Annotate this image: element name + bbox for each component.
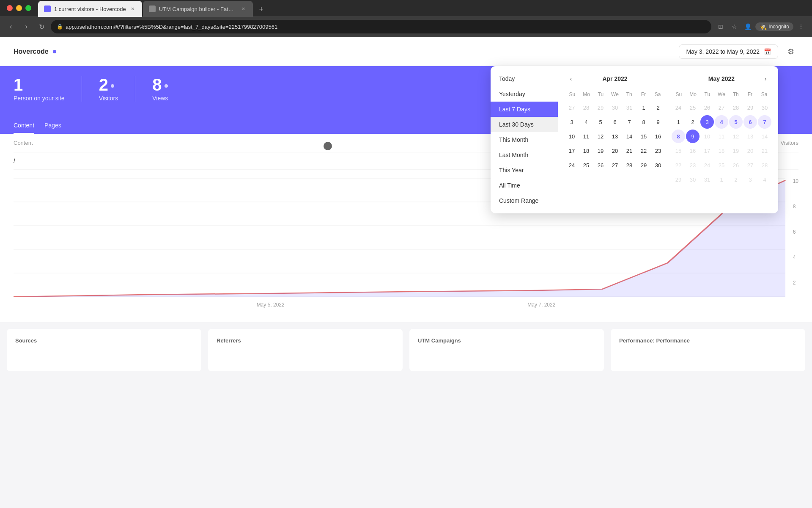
date-range-button[interactable]: May 3, 2022 to May 9, 2022 📅: [679, 44, 778, 59]
cal-day[interactable]: 21: [623, 144, 636, 157]
cal-day[interactable]: 7: [623, 115, 636, 129]
cal-day[interactable]: 27: [608, 158, 622, 172]
cal-day[interactable]: 5: [729, 115, 743, 129]
calendar-prev-button[interactable]: ‹: [565, 73, 577, 85]
range-custom[interactable]: Custom Range: [491, 193, 558, 208]
tab2-title: UTM Campaign builder - Fatho...: [159, 6, 237, 12]
cal-day: 18: [715, 144, 728, 157]
menu-button[interactable]: ⋮: [795, 21, 807, 33]
cal-day[interactable]: 29: [637, 158, 650, 172]
range-last7[interactable]: Last 7 Days: [491, 102, 558, 117]
cal-day[interactable]: 29: [743, 101, 757, 114]
cal-day[interactable]: 13: [608, 130, 622, 143]
browser-chrome: 1 current visitors - Hovercode ✕ UTM Cam…: [0, 0, 812, 37]
browser-tab-2[interactable]: UTM Campaign builder - Fatho... ✕: [143, 1, 253, 17]
tab1-favicon: [44, 6, 51, 12]
back-button[interactable]: ‹: [5, 21, 17, 33]
traffic-light-red[interactable]: [7, 5, 13, 11]
cal-day[interactable]: 8: [672, 130, 685, 143]
cal-day[interactable]: 6: [608, 115, 622, 129]
cal-day[interactable]: 15: [637, 130, 650, 143]
cal-day[interactable]: 7: [758, 115, 771, 129]
cal-day[interactable]: 8: [637, 115, 650, 129]
traffic-light-yellow[interactable]: [16, 5, 22, 11]
reload-button[interactable]: ↻: [36, 21, 47, 33]
cal-day[interactable]: 22: [637, 144, 650, 157]
cal-day[interactable]: 5: [594, 115, 607, 129]
range-today[interactable]: Today: [491, 71, 558, 86]
cast-button[interactable]: ⊡: [715, 21, 727, 33]
cal-day[interactable]: 14: [623, 130, 636, 143]
traffic-light-green[interactable]: [25, 5, 31, 11]
cal-day[interactable]: 30: [651, 158, 665, 172]
profile-button[interactable]: 👤: [742, 21, 754, 33]
cal-day[interactable]: 16: [651, 130, 665, 143]
cal-day[interactable]: 1: [672, 115, 685, 129]
bottom-panels: Sources Referrers UTM Campaigns Performa…: [0, 329, 812, 371]
range-yesterday[interactable]: Yesterday: [491, 86, 558, 102]
cal-day[interactable]: 25: [579, 158, 593, 172]
cal-day[interactable]: 31: [623, 101, 636, 114]
calendar-april: ‹ Apr 2022 Su Mo Tu We Th Fr Sa: [565, 73, 665, 207]
cal-day[interactable]: 12: [594, 130, 607, 143]
cal-day[interactable]: 26: [700, 101, 714, 114]
cal-day: 29: [672, 173, 685, 186]
cal-day[interactable]: 10: [565, 130, 579, 143]
calendar-next-button[interactable]: ›: [760, 73, 771, 85]
cal-day[interactable]: 28: [579, 101, 593, 114]
site-selector[interactable]: Hovercode: [14, 48, 56, 55]
cal-day[interactable]: 28: [623, 158, 636, 172]
range-last30[interactable]: Last 30 Days: [491, 117, 558, 132]
cal-day[interactable]: 4: [579, 115, 593, 129]
calendars-area: ‹ Apr 2022 Su Mo Tu We Th Fr Sa: [558, 66, 778, 213]
cal-day[interactable]: 6: [743, 115, 757, 129]
cal-day[interactable]: 30: [608, 101, 622, 114]
range-last-month[interactable]: Last Month: [491, 147, 558, 163]
cal-day[interactable]: 4: [715, 115, 728, 129]
cal-day[interactable]: 9: [651, 115, 665, 129]
forward-button[interactable]: ›: [20, 21, 32, 33]
cal-day[interactable]: 3: [565, 115, 579, 129]
range-this-month[interactable]: This Month: [491, 132, 558, 147]
cal-day: 16: [686, 144, 700, 157]
cal-day[interactable]: 30: [758, 101, 771, 114]
cal-day[interactable]: 24: [672, 101, 685, 114]
cal-day[interactable]: 29: [594, 101, 607, 114]
range-all-time[interactable]: All Time: [491, 178, 558, 193]
address-bar[interactable]: 🔒 app.usefathom.com/#/?filters=%5B%5D&ra…: [51, 20, 711, 33]
pages-tab[interactable]: Pages: [44, 119, 61, 134]
range-this-year[interactable]: This Year: [491, 163, 558, 178]
cal-day[interactable]: 2: [686, 115, 700, 129]
cal-day[interactable]: 24: [565, 158, 579, 172]
cal-day[interactable]: 1: [637, 101, 650, 114]
cal-day[interactable]: 19: [594, 144, 607, 157]
tab1-close[interactable]: ✕: [129, 6, 136, 12]
cal-day[interactable]: 26: [594, 158, 607, 172]
tab2-close[interactable]: ✕: [240, 6, 247, 12]
calendar-may-header: May 2022 ›: [672, 73, 771, 85]
stat-visitors: 2 Visitors: [99, 76, 118, 102]
performance-panel: Performance: Performance: [611, 329, 805, 371]
may-header-fr: Fr: [743, 90, 757, 99]
cal-day-selected-end[interactable]: 9: [686, 130, 700, 143]
cal-day[interactable]: 23: [651, 144, 665, 157]
bookmark-button[interactable]: ☆: [728, 21, 740, 33]
cal-day[interactable]: 25: [686, 101, 700, 114]
cal-day[interactable]: 18: [579, 144, 593, 157]
cal-day-selected-start[interactable]: 3: [700, 115, 714, 129]
new-tab-button[interactable]: +: [255, 3, 267, 15]
apr-header-tu: Tu: [593, 90, 608, 99]
cal-day[interactable]: 17: [565, 144, 579, 157]
browser-tab-1[interactable]: 1 current visitors - Hovercode ✕: [38, 1, 142, 17]
cal-day[interactable]: 2: [651, 101, 665, 114]
cal-day[interactable]: 27: [715, 101, 728, 114]
cal-day: 31: [700, 173, 714, 186]
settings-button[interactable]: ⚙: [783, 44, 798, 59]
stat-divider-2: [135, 76, 135, 102]
cal-day: 14: [758, 130, 771, 143]
cal-day[interactable]: 20: [608, 144, 622, 157]
cal-day[interactable]: 28: [729, 101, 743, 114]
cal-day[interactable]: 11: [579, 130, 593, 143]
content-tab[interactable]: Content: [14, 119, 34, 134]
cal-day[interactable]: 27: [565, 101, 579, 114]
